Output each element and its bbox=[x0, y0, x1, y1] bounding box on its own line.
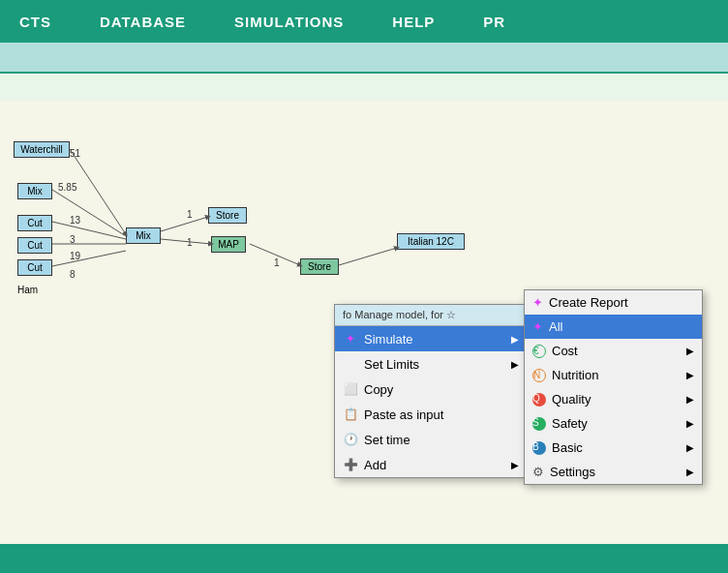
submenu-cost[interactable]: € Cost ▶ bbox=[525, 339, 702, 363]
context-menu-set-time[interactable]: 🕐 Set time bbox=[335, 427, 527, 452]
arrow-label-13: 13 bbox=[70, 215, 80, 226]
submenu-basic[interactable]: B Basic ▶ bbox=[525, 436, 702, 460]
submenu-settings[interactable]: ⚙ Settings ▶ bbox=[525, 460, 702, 484]
context-menu-simulate[interactable]: ✦ Simulate ▶ bbox=[335, 326, 527, 351]
menu-bar: CTS DATABASE SIMULATIONS HELP PR bbox=[0, 0, 728, 43]
node-map[interactable]: MAP bbox=[211, 236, 246, 253]
svg-line-6 bbox=[161, 239, 211, 244]
settings-arrow: ▶ bbox=[686, 467, 694, 477]
svg-line-1 bbox=[52, 190, 126, 236]
menu-item-help[interactable]: HELP bbox=[382, 9, 444, 35]
arrow-label-1c: 1 bbox=[274, 257, 280, 268]
paste-icon: 📋 bbox=[343, 407, 358, 422]
nutrition-icon: N bbox=[532, 369, 546, 382]
cost-label: Cost bbox=[552, 344, 578, 358]
bottom-bar bbox=[0, 544, 728, 573]
basic-label: Basic bbox=[552, 440, 583, 455]
cost-arrow: ▶ bbox=[686, 346, 694, 356]
arrow-label-3: 3 bbox=[70, 234, 76, 245]
context-menu-paste[interactable]: 📋 Paste as input bbox=[335, 402, 527, 427]
safety-arrow: ▶ bbox=[686, 418, 694, 429]
submenu-nutrition[interactable]: N Nutrition ▶ bbox=[525, 363, 702, 387]
context-menu-title: fo Manage model, for ☆ bbox=[335, 305, 527, 326]
svg-line-8 bbox=[339, 248, 397, 265]
quality-label: Quality bbox=[552, 392, 591, 407]
node-ham: Ham bbox=[17, 285, 38, 295]
node-cut3[interactable]: Cut bbox=[17, 259, 52, 276]
safety-icon: S bbox=[532, 417, 546, 431]
arrow-label-585: 5.85 bbox=[58, 182, 76, 193]
set-limits-icon bbox=[343, 356, 358, 372]
node-mix1[interactable]: Mix bbox=[17, 183, 52, 199]
node-cut2[interactable]: Cut bbox=[17, 237, 52, 254]
create-report-label: Create Report bbox=[549, 295, 628, 310]
settings-label: Settings bbox=[550, 465, 595, 479]
add-icon: ➕ bbox=[343, 457, 358, 472]
set-limits-arrow: ▶ bbox=[511, 359, 519, 370]
nutrition-arrow: ▶ bbox=[686, 370, 694, 380]
context-menu-set-limits[interactable]: Set Limits ▶ bbox=[335, 351, 527, 377]
context-menu: fo Manage model, for ☆ ✦ Simulate ▶ Set … bbox=[334, 304, 528, 478]
arrow-label-19: 19 bbox=[70, 251, 80, 261]
node-store1[interactable]: Store bbox=[208, 207, 247, 224]
menu-item-pr[interactable]: PR bbox=[473, 9, 515, 35]
simulate-arrow: ▶ bbox=[511, 334, 519, 345]
menu-item-simulations[interactable]: SIMULATIONS bbox=[225, 9, 353, 35]
add-arrow: ▶ bbox=[511, 460, 519, 470]
simulate-icon: ✦ bbox=[343, 331, 358, 347]
settings-icon: ⚙ bbox=[532, 465, 544, 479]
nutrition-label: Nutrition bbox=[552, 368, 598, 382]
toolbar2 bbox=[0, 74, 728, 101]
arrow-label-8: 8 bbox=[70, 269, 76, 280]
all-label: All bbox=[549, 319, 562, 334]
add-label: Add bbox=[364, 458, 386, 472]
create-report-icon: ✦ bbox=[532, 295, 543, 310]
time-icon: 🕐 bbox=[343, 432, 358, 447]
simulate-label: Simulate bbox=[364, 332, 413, 347]
node-mix2[interactable]: Mix bbox=[126, 227, 161, 244]
submenu: ✦ Create Report ✦ All € Cost ▶ N Nutriti… bbox=[524, 289, 703, 485]
node-waterchill[interactable]: Waterchill bbox=[14, 141, 70, 158]
basic-arrow: ▶ bbox=[686, 442, 694, 453]
node-cut1[interactable]: Cut bbox=[17, 215, 52, 231]
copy-label: Copy bbox=[364, 382, 393, 397]
context-menu-copy[interactable]: ⬜ Copy bbox=[335, 377, 527, 402]
menu-item-cts[interactable]: CTS bbox=[10, 9, 61, 35]
paste-label: Paste as input bbox=[364, 407, 443, 422]
toolbar bbox=[0, 43, 728, 74]
submenu-create-report[interactable]: ✦ Create Report bbox=[525, 290, 702, 315]
set-time-label: Set time bbox=[364, 433, 410, 447]
set-limits-label: Set Limits bbox=[364, 357, 419, 372]
quality-arrow: ▶ bbox=[686, 394, 694, 405]
cost-icon: € bbox=[532, 345, 546, 358]
arrow-label-51: 51 bbox=[70, 148, 80, 159]
submenu-quality[interactable]: Q Quality ▶ bbox=[525, 387, 702, 411]
copy-icon: ⬜ bbox=[343, 381, 358, 397]
arrow-label-1a: 1 bbox=[187, 209, 193, 220]
quality-icon: Q bbox=[532, 393, 546, 407]
context-menu-add[interactable]: ➕ Add ▶ bbox=[335, 452, 527, 477]
svg-line-5 bbox=[161, 217, 208, 231]
svg-line-4 bbox=[52, 251, 126, 266]
basic-icon: B bbox=[532, 441, 546, 455]
submenu-safety[interactable]: S Safety ▶ bbox=[525, 411, 702, 436]
svg-line-2 bbox=[52, 222, 126, 239]
safety-label: Safety bbox=[552, 416, 588, 431]
diagram-area: Waterchill Mix Cut Cut Cut Ham Mix Store… bbox=[0, 101, 728, 544]
all-icon: ✦ bbox=[532, 319, 543, 334]
submenu-all[interactable]: ✦ All bbox=[525, 315, 702, 339]
node-italian12c[interactable]: Italian 12C bbox=[397, 233, 465, 250]
menu-item-database[interactable]: DATABASE bbox=[90, 9, 196, 35]
arrow-label-1b: 1 bbox=[187, 237, 193, 248]
node-store2[interactable]: Store bbox=[300, 258, 339, 275]
